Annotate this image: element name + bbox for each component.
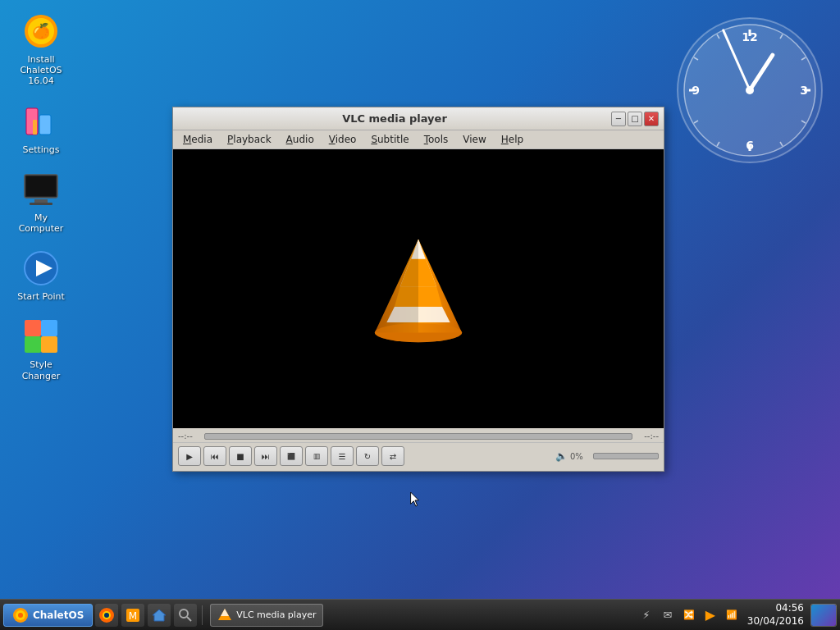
desktop-icon-install-chaletos[interactable]: 🍊 Install ChaletOS 16.04 (8, 8, 74, 90)
my-computer-icon (21, 170, 61, 209)
seek-track[interactable] (204, 433, 632, 440)
menu-video[interactable]: Video (322, 132, 363, 147)
taskbar: ChaletOS M (0, 599, 840, 630)
vlc-cone-logo (365, 231, 472, 346)
settings-icon (21, 102, 61, 141)
vlc-window: VLC media player − □ ✕ Media Playback Au… (172, 107, 664, 472)
taskbar-tray: ⚡ ✉ 🔀 ▶ 📶 04:56 30/04/2016 (637, 602, 837, 628)
menu-media[interactable]: Media (176, 132, 219, 147)
wallpaper-preview-icon (811, 605, 836, 626)
tray-time: 04:56 (775, 602, 804, 615)
svg-marker-59 (221, 609, 229, 616)
svg-point-56 (180, 609, 188, 618)
svg-point-45 (375, 323, 462, 342)
desktop-icon-my-computer[interactable]: My Computer (8, 167, 74, 237)
start-button[interactable]: ChaletOS (3, 604, 93, 627)
taskbar-vlc-app[interactable]: VLC media player (210, 604, 323, 627)
eq-button[interactable]: ▥ (305, 446, 328, 466)
taskbar-home-icon[interactable] (148, 604, 171, 627)
vlc-menubar: Media Playback Audio Video Subtitle Tool… (173, 130, 664, 149)
my-computer-label: My Computer (11, 212, 71, 234)
mouse-cursor (410, 492, 420, 507)
next-chapter-button[interactable]: ⏭ (254, 446, 277, 466)
desktop-icons-container: 🍊 Install ChaletOS 16.04 Settings (8, 8, 74, 385)
start-point-label: Start Point (17, 291, 65, 302)
vlc-app-label: VLC media player (236, 609, 316, 620)
seek-time-start: --:-- (178, 431, 201, 441)
desktop-icon-start-point[interactable]: Start Point (8, 245, 74, 305)
svg-text:12: 12 (742, 30, 757, 43)
svg-marker-44 (375, 240, 418, 333)
svg-point-36 (746, 86, 754, 94)
lightning-tray-icon[interactable]: ⚡ (637, 606, 655, 624)
play-button[interactable]: ▶ (178, 446, 201, 466)
vlc-video-area (173, 149, 664, 428)
network-tray-icon[interactable]: ✉ (659, 606, 677, 624)
style-changer-icon (21, 317, 61, 356)
menu-view[interactable]: View (456, 132, 492, 147)
svg-rect-15 (41, 336, 57, 353)
svg-text:6: 6 (746, 139, 754, 152)
svg-text:3: 3 (800, 84, 808, 97)
stop-button[interactable]: ■ (229, 446, 252, 466)
clock-tray[interactable]: 04:56 30/04/2016 (747, 602, 804, 628)
menu-subtitle[interactable]: Subtitle (364, 132, 415, 147)
install-chaletos-label: Install ChaletOS 16.04 (11, 54, 71, 87)
volume-track[interactable] (593, 453, 659, 459)
taskbar-separator (202, 605, 203, 625)
minimize-button[interactable]: − (611, 112, 626, 126)
vlc-taskbar-icon (217, 608, 232, 623)
desktop-icon-settings[interactable]: Settings (8, 98, 74, 158)
maximize-button[interactable]: □ (628, 112, 642, 126)
tray-date: 30/04/2016 (747, 615, 804, 628)
menu-help[interactable]: Help (495, 132, 530, 147)
install-chaletos-icon: 🍊 (21, 11, 61, 51)
chaletos-logo-icon (12, 607, 29, 623)
svg-text:9: 9 (692, 84, 700, 97)
start-label: ChaletOS (33, 609, 84, 621)
seek-time-end: --:-- (636, 431, 659, 441)
playlist-button[interactable]: ☰ (331, 446, 354, 466)
svg-rect-12 (25, 320, 41, 336)
random-button[interactable]: ⇄ (381, 446, 404, 466)
taskbar-search-icon[interactable] (174, 604, 197, 627)
vlc-window-buttons: − □ ✕ (611, 112, 659, 126)
svg-rect-8 (34, 199, 48, 203)
svg-point-52 (104, 613, 109, 618)
menu-tools[interactable]: Tools (418, 132, 455, 147)
svg-rect-5 (33, 120, 37, 135)
taskbar-firefox-icon[interactable] (95, 604, 118, 627)
vlc-titlebar: VLC media player − □ ✕ (173, 107, 664, 130)
signal-tray-icon[interactable]: 📶 (723, 606, 741, 624)
style-changer-label: Style Changer (11, 359, 71, 381)
close-button[interactable]: ✕ (644, 112, 659, 126)
loop-button[interactable]: ↻ (356, 446, 379, 466)
desktop-icon-style-changer[interactable]: Style Changer (8, 313, 74, 384)
svg-rect-4 (39, 115, 51, 135)
svg-line-57 (187, 617, 191, 621)
taskbar-maps-icon[interactable]: M (121, 604, 144, 627)
media-play-tray-icon[interactable]: ▶ (701, 606, 719, 624)
svg-text:🍊: 🍊 (32, 22, 51, 40)
clock-widget: 12 3 6 9 (676, 16, 824, 164)
prev-chapter-button[interactable]: ⏮ (203, 446, 226, 466)
svg-rect-7 (26, 176, 56, 196)
volume-area: 🔈 0% (555, 450, 659, 462)
menu-playback[interactable]: Playback (221, 132, 278, 147)
network2-tray-icon[interactable]: 🔀 (680, 606, 698, 624)
frame-button[interactable]: ⬛ (280, 446, 303, 466)
menu-audio[interactable]: Audio (280, 132, 321, 147)
vlc-window-title: VLC media player (178, 112, 611, 125)
volume-icon: 🔈 (555, 450, 568, 462)
svg-rect-13 (41, 320, 57, 336)
svg-rect-14 (25, 336, 41, 353)
vlc-seekbar: --:-- --:-- (173, 428, 664, 442)
vlc-controls: ▶ ⏮ ■ ⏭ ⬛ ▥ ☰ ↻ ⇄ 🔈 0% (173, 442, 664, 471)
svg-text:M: M (129, 610, 137, 622)
startpoint-icon (21, 249, 61, 288)
svg-point-49 (18, 613, 23, 618)
wallpaper-button[interactable] (810, 604, 837, 627)
svg-rect-9 (30, 203, 52, 205)
clock-face: 12 3 6 9 (676, 16, 824, 164)
volume-percent: 0% (570, 452, 591, 461)
